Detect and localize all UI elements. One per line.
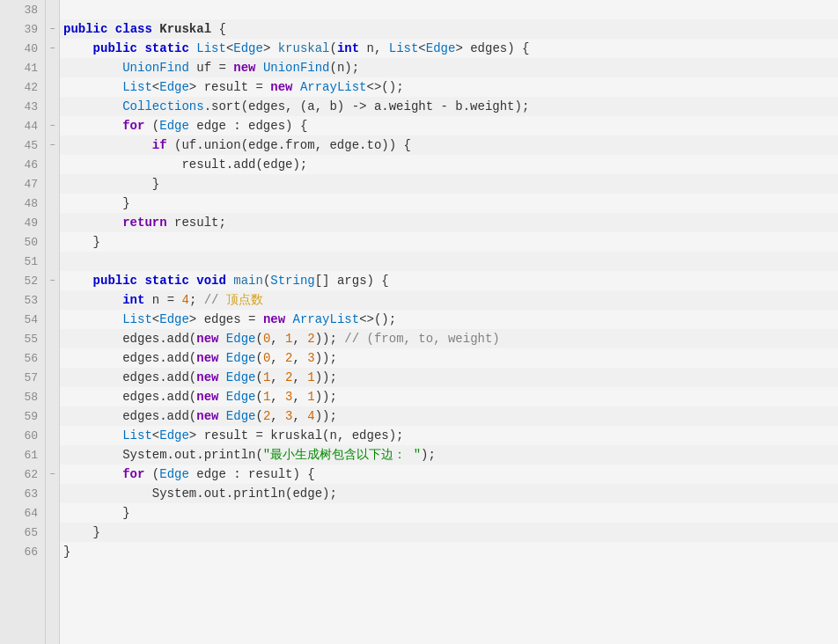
- line-num-60: 60: [0, 426, 45, 445]
- fold-45[interactable]: −: [46, 135, 59, 155]
- fold-49: [46, 213, 59, 232]
- fold-51: [46, 252, 59, 271]
- fold-46: [46, 155, 59, 174]
- fold-48: [46, 194, 59, 213]
- fold-62[interactable]: −: [46, 465, 59, 484]
- line-numbers: 38 39 40 41 42 43 44 45 46 47 48 49 50 5…: [0, 0, 46, 644]
- code-line-50: }: [60, 232, 838, 252]
- fold-59: [46, 406, 59, 426]
- fold-52[interactable]: −: [46, 271, 59, 290]
- fold-40[interactable]: −: [46, 39, 59, 58]
- line-num-54: 54: [0, 310, 45, 329]
- line-num-44: 44: [0, 116, 45, 135]
- code-line-42: List<Edge> result = new ArrayList<>();: [60, 77, 838, 97]
- line-num-66: 66: [0, 542, 45, 561]
- line-num-47: 47: [0, 174, 45, 194]
- code-line-57: edges.add(new Edge(1, 2, 1));: [60, 368, 838, 387]
- code-line-46: result.add(edge);: [60, 155, 838, 174]
- line-num-41: 41: [0, 58, 45, 77]
- line-num-64: 64: [0, 503, 45, 523]
- fold-44[interactable]: −: [46, 116, 59, 135]
- line-num-39: 39: [0, 19, 45, 39]
- code-line-66: }: [60, 542, 838, 561]
- code-line-56: edges.add(new Edge(0, 2, 3));: [60, 348, 838, 368]
- code-line-55: edges.add(new Edge(0, 1, 2)); // (from, …: [60, 329, 838, 348]
- line-num-59: 59: [0, 406, 45, 426]
- fold-61: [46, 445, 59, 465]
- fold-63: [46, 484, 59, 503]
- code-line-54: List<Edge> edges = new ArrayList<>();: [60, 310, 838, 329]
- line-num-49: 49: [0, 213, 45, 232]
- code-line-65: }: [60, 523, 838, 542]
- line-num-55: 55: [0, 329, 45, 348]
- line-num-42: 42: [0, 77, 45, 97]
- code-line-51: [60, 252, 838, 271]
- code-line-38: [60, 0, 838, 19]
- fold-57: [46, 368, 59, 387]
- code-line-59: edges.add(new Edge(2, 3, 4));: [60, 406, 838, 426]
- code-line-63: System.out.println(edge);: [60, 484, 838, 503]
- fold-60: [46, 426, 59, 445]
- code-line-64: }: [60, 503, 838, 523]
- fold-43: [46, 97, 59, 116]
- fold-54: [46, 310, 59, 329]
- code-line-53: int n = 4; // 顶点数: [60, 290, 838, 310]
- line-num-57: 57: [0, 368, 45, 387]
- code-line-41: UnionFind uf = new UnionFind(n);: [60, 58, 838, 77]
- code-line-62: for (Edge edge : result) {: [60, 465, 838, 484]
- code-line-61: System.out.println("最小生成树包含以下边： ");: [60, 445, 838, 465]
- line-num-43: 43: [0, 97, 45, 116]
- fold-gutter: − − − − − −: [46, 0, 60, 644]
- fold-41: [46, 58, 59, 77]
- line-num-56: 56: [0, 348, 45, 368]
- code-line-43: Collections.sort(edges, (a, b) -> a.weig…: [60, 97, 838, 116]
- line-num-65: 65: [0, 523, 45, 542]
- fold-53: [46, 290, 59, 310]
- line-num-53: 53: [0, 290, 45, 310]
- fold-56: [46, 348, 59, 368]
- line-num-38: 38: [0, 0, 45, 19]
- line-num-46: 46: [0, 155, 45, 174]
- code-line-52: public static void main(String[] args) {: [60, 271, 838, 290]
- line-num-45: 45: [0, 135, 45, 155]
- line-num-61: 61: [0, 445, 45, 465]
- line-num-58: 58: [0, 387, 45, 406]
- line-num-52: 52: [0, 271, 45, 290]
- code-line-44: for (Edge edge : edges) {: [60, 116, 838, 135]
- line-num-48: 48: [0, 194, 45, 213]
- code-line-40: public static List<Edge> kruskal(int n, …: [60, 39, 838, 58]
- fold-55: [46, 329, 59, 348]
- line-num-40: 40: [0, 39, 45, 58]
- fold-58: [46, 387, 59, 406]
- code-line-49: return result;: [60, 213, 838, 232]
- line-num-63: 63: [0, 484, 45, 503]
- fold-42: [46, 77, 59, 97]
- fold-39[interactable]: −: [46, 19, 59, 39]
- line-num-62: 62: [0, 465, 45, 484]
- fold-47: [46, 174, 59, 194]
- code-line-58: edges.add(new Edge(1, 3, 1));: [60, 387, 838, 406]
- fold-38: [46, 0, 59, 19]
- code-content: public class Kruskal { public static Lis…: [60, 0, 838, 644]
- fold-65: [46, 523, 59, 542]
- code-line-60: List<Edge> result = kruskal(n, edges);: [60, 426, 838, 445]
- code-line-45: if (uf.union(edge.from, edge.to)) {: [60, 135, 838, 155]
- fold-50: [46, 232, 59, 252]
- line-num-50: 50: [0, 232, 45, 252]
- fold-64: [46, 503, 59, 523]
- fold-66: [46, 542, 59, 561]
- line-num-51: 51: [0, 252, 45, 271]
- code-line-48: }: [60, 194, 838, 213]
- code-line-47: }: [60, 174, 838, 194]
- code-line-39: public class Kruskal {: [60, 19, 838, 39]
- code-editor: 38 39 40 41 42 43 44 45 46 47 48 49 50 5…: [0, 0, 838, 644]
